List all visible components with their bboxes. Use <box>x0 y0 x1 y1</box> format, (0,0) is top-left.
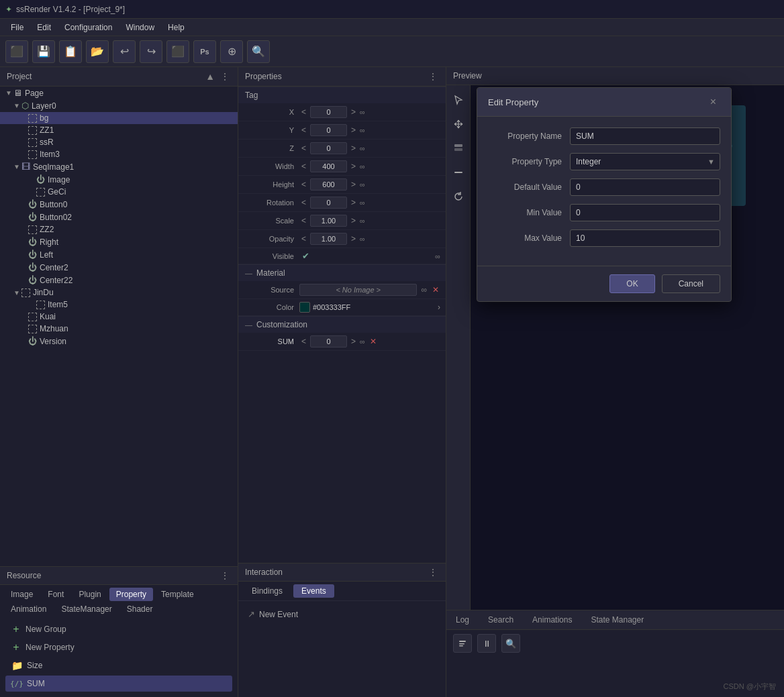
interaction-menu-btn[interactable]: ⋮ <box>427 567 439 578</box>
tree-item-center2[interactable]: ▶ ⏻ Center2 <box>0 261 238 274</box>
tree-item-zz1[interactable]: ▶ ZZ1 <box>0 124 238 136</box>
new-tab-btn[interactable]: ⬛ <box>5 40 28 63</box>
source-clear-btn[interactable]: ✕ <box>431 285 440 294</box>
res-tab-plugin[interactable]: Plugin <box>72 588 107 601</box>
prop-dec-rotation[interactable]: < <box>299 198 308 207</box>
interact-tab-events[interactable]: Events <box>293 584 334 598</box>
run-btn[interactable]: ⬛ <box>166 40 189 63</box>
tree-item-geci[interactable]: ▶ GeCi <box>0 186 238 198</box>
custom-inc-sum[interactable]: > <box>349 337 358 346</box>
res-tab-statemanager[interactable]: StateManager <box>54 602 118 616</box>
custom-val-sum[interactable] <box>310 335 347 347</box>
prop-dec-x[interactable]: < <box>299 107 308 117</box>
tree-item-seqimage1[interactable]: ▼ 🎞 SeqImage1 <box>0 160 238 173</box>
menu-configuration[interactable]: Configuration <box>58 21 119 34</box>
tree-arrow-jindu[interactable]: ▼ <box>13 289 20 297</box>
prop-inc-x[interactable]: > <box>349 107 358 117</box>
property-name-input[interactable] <box>570 127 720 145</box>
property-type-select[interactable]: Integer Float String Boolean <box>570 153 720 170</box>
tree-item-right[interactable]: ▶ ⏻ Right <box>0 235 238 248</box>
preview-move-tool[interactable] <box>449 115 468 133</box>
new-property-btn[interactable]: + New Property <box>5 639 232 655</box>
prop-val-y[interactable] <box>310 124 347 136</box>
tree-item-ssr[interactable]: ▶ ssR <box>0 136 238 148</box>
log-tab-search[interactable]: Search <box>485 614 516 626</box>
res-item-size[interactable]: 📁 Size <box>5 657 232 674</box>
customization-section[interactable]: — Customization <box>238 316 446 333</box>
prop-inc-scale[interactable]: > <box>349 216 358 225</box>
res-tab-shader[interactable]: Shader <box>120 602 160 616</box>
search-btn[interactable]: 🔍 <box>247 40 270 63</box>
tree-item-button0[interactable]: ▶ ⏻ Button0 <box>0 198 238 211</box>
prop-val-x[interactable] <box>310 106 347 118</box>
log-tab-animations[interactable]: Animations <box>530 614 575 626</box>
prop-val-scale[interactable] <box>310 215 347 227</box>
preview-cursor-tool[interactable] <box>449 91 468 109</box>
dialog-ok-btn[interactable]: OK <box>609 274 654 293</box>
tree-arrow-seqimage1[interactable]: ▼ <box>13 163 20 170</box>
tree-arrow-layer0[interactable]: ▼ <box>13 102 20 109</box>
ps-btn[interactable]: Ps <box>193 40 216 63</box>
prop-inc-height[interactable]: > <box>349 180 358 189</box>
tree-item-mzhuan[interactable]: ▶ Mzhuan <box>0 323 238 335</box>
tree-item-zz2[interactable]: ▶ ZZ2 <box>0 223 238 235</box>
tree-item-version[interactable]: ▶ ⏻ Version <box>0 335 238 347</box>
project-menu-btn[interactable]: ⋮ <box>219 71 231 82</box>
preview-layers-tool[interactable] <box>449 139 468 158</box>
log-pause-btn[interactable]: ⏸ <box>477 634 496 653</box>
prop-val-width[interactable] <box>310 160 347 172</box>
menu-file[interactable]: File <box>4 21 30 34</box>
new-group-btn[interactable]: + New Group <box>5 621 232 637</box>
source-link-btn[interactable]: ∞ <box>420 285 428 294</box>
preview-refresh-tool[interactable] <box>449 187 468 206</box>
open-folder-btn[interactable]: 📂 <box>86 40 109 63</box>
menu-edit[interactable]: Edit <box>30 21 58 34</box>
undo-btn[interactable]: ↩ <box>113 40 136 63</box>
save-btn[interactable]: 💾 <box>32 40 55 63</box>
prop-link-opacity[interactable]: ∞ <box>360 235 365 243</box>
prop-dec-z[interactable]: < <box>299 144 308 153</box>
prop-val-rotation[interactable] <box>310 197 347 209</box>
custom-link-sum[interactable]: ∞ <box>360 337 365 345</box>
material-section[interactable]: — Material <box>238 264 446 281</box>
prop-dec-width[interactable]: < <box>299 162 308 171</box>
prop-inc-y[interactable]: > <box>349 125 358 135</box>
prop-link-y[interactable]: ∞ <box>360 126 365 134</box>
res-item-sum[interactable]: {/} SUM <box>5 676 232 692</box>
web-btn[interactable]: ⊕ <box>220 40 243 63</box>
prop-link-width[interactable]: ∞ <box>360 162 365 170</box>
prop-dec-opacity[interactable]: < <box>299 234 308 244</box>
prop-inc-width[interactable]: > <box>349 162 358 171</box>
prop-check-visible[interactable]: ✔ <box>302 251 309 261</box>
tree-item-page[interactable]: ▼ 🖥 Page <box>0 87 238 99</box>
tree-arrow-page[interactable]: ▼ <box>5 89 12 97</box>
preview-line-tool[interactable] <box>449 163 468 182</box>
tree-item-button02[interactable]: ▶ ⏻ Button02 <box>0 211 238 223</box>
log-clear-btn[interactable] <box>453 634 472 653</box>
res-tab-template[interactable]: Template <box>154 588 201 601</box>
res-tab-image[interactable]: Image <box>4 588 40 601</box>
log-tab-log[interactable]: Log <box>453 614 472 626</box>
prop-inc-rotation[interactable]: > <box>349 198 358 207</box>
prop-link-height[interactable]: ∞ <box>360 180 365 189</box>
prop-val-z[interactable] <box>310 142 347 154</box>
interact-event-new[interactable]: ↗ New Event <box>244 606 440 622</box>
project-collapse-btn[interactable]: ▲ <box>204 71 216 82</box>
source-val[interactable]: < No Image > <box>299 284 417 296</box>
prop-dec-scale[interactable]: < <box>299 216 308 225</box>
tree-item-item3[interactable]: ▶ Item3 <box>0 148 238 160</box>
tree-item-item5[interactable]: ▶ Item5 <box>0 299 238 311</box>
menu-help[interactable]: Help <box>161 21 191 34</box>
tree-item-layer0[interactable]: ▼ ⬡ Layer0 <box>0 99 238 112</box>
prop-link-scale[interactable]: ∞ <box>360 217 365 225</box>
prop-dec-y[interactable]: < <box>299 125 308 135</box>
tree-item-jindu[interactable]: ▼ JinDu <box>0 286 238 299</box>
max-value-input[interactable] <box>570 229 720 247</box>
tag-section[interactable]: Tag <box>238 87 446 103</box>
res-tab-animation[interactable]: Animation <box>4 602 53 616</box>
resource-menu-btn[interactable]: ⋮ <box>219 570 231 581</box>
redo-btn[interactable]: ↪ <box>140 40 162 63</box>
custom-remove-sum[interactable]: ✕ <box>370 337 377 346</box>
prop-inc-opacity[interactable]: > <box>349 234 358 244</box>
prop-link-x[interactable]: ∞ <box>360 108 365 116</box>
